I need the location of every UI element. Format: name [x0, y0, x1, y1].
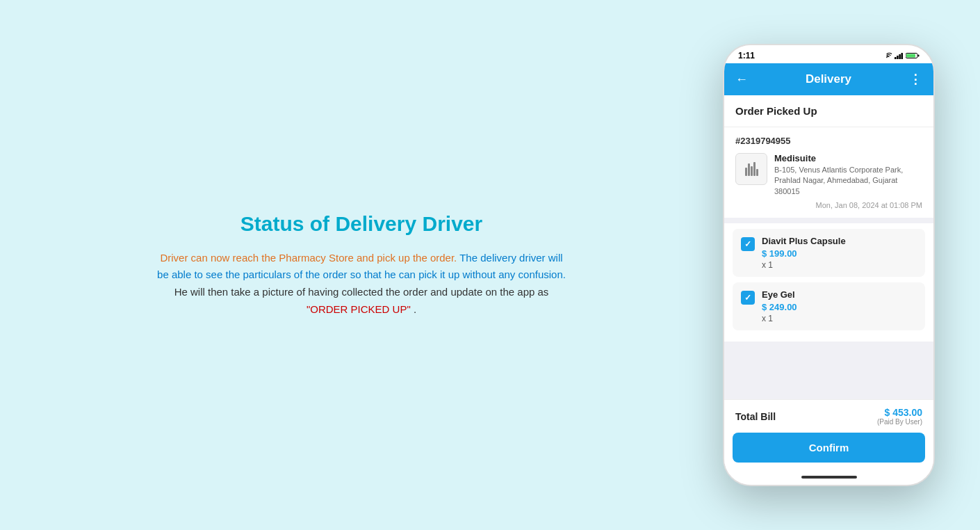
order-date: Mon, Jan 08, 2024 at 01:08 PM	[735, 201, 922, 209]
desc-highlight: "ORDER PICKED UP"	[307, 303, 411, 315]
status-icons	[882, 52, 920, 59]
page-title: Status of Delivery Driver	[240, 212, 482, 236]
store-address: B-105, Venus Atlantis Corporate Park, Pr…	[774, 165, 922, 197]
item-name-1: Diavit Plus Capsule	[762, 236, 917, 246]
logo-line-2	[748, 163, 750, 176]
order-id: #2319794955	[735, 136, 922, 146]
battery-icon	[906, 52, 920, 59]
item-qty-1: x 1	[762, 260, 917, 270]
desc-period: .	[414, 303, 416, 315]
home-bar	[801, 476, 857, 479]
total-amount-block: $ 453.00 (Paid By User)	[877, 407, 922, 426]
home-indicator	[724, 472, 933, 485]
store-row: Medisuite B-105, Venus Atlantis Corporat…	[735, 153, 922, 197]
total-amount: $ 453.00	[877, 407, 922, 418]
store-name: Medisuite	[774, 153, 922, 163]
wifi-icon	[882, 52, 892, 59]
item-qty-2: x 1	[762, 314, 917, 323]
checkmark-icon-1: ✓	[744, 239, 751, 249]
total-row: Total Bill $ 453.00 (Paid By User)	[724, 400, 933, 428]
logo-line-1	[745, 168, 747, 176]
confirm-button[interactable]: Confirm	[733, 433, 925, 463]
desc-part-1: Driver can now reach the Pharmacy Store …	[160, 252, 457, 264]
item-price-2: $ 249.00	[762, 302, 917, 312]
svg-rect-2	[899, 54, 901, 59]
back-button[interactable]: ←	[735, 72, 748, 87]
store-info: Medisuite B-105, Venus Atlantis Corporat…	[774, 153, 922, 197]
item-checkbox-2[interactable]: ✓	[741, 291, 755, 305]
header-title: Delivery	[806, 72, 851, 86]
menu-button[interactable]: ⋮	[909, 72, 922, 87]
checkmark-icon-2: ✓	[744, 293, 751, 303]
signal-icon	[895, 52, 903, 59]
item-card-1: ✓ Diavit Plus Capsule $ 199.00 x 1	[733, 229, 925, 277]
svg-rect-6	[906, 54, 915, 58]
item-checkbox-1[interactable]: ✓	[741, 237, 755, 251]
total-label: Total Bill	[735, 411, 776, 422]
logo-line-5	[756, 169, 758, 176]
item-name-2: Eye Gel	[762, 289, 917, 300]
svg-rect-3	[901, 53, 904, 59]
phone-frame: 1:11	[723, 44, 935, 486]
status-bar: 1:11	[724, 45, 933, 63]
description-text: Driver can now reach the Pharmacy Store …	[153, 250, 570, 319]
svg-rect-0	[895, 57, 897, 59]
section-header: Order Picked Up	[724, 95, 933, 127]
item-details-2: Eye Gel $ 249.00 x 1	[762, 289, 917, 323]
medisuite-logo-img	[736, 154, 767, 184]
phone-mockup: 1:11	[723, 44, 938, 486]
item-price-1: $ 199.00	[762, 248, 917, 259]
bottom-bar: Total Bill $ 453.00 (Paid By User) Confi…	[724, 399, 933, 485]
svg-rect-1	[897, 56, 899, 59]
item-card-2: ✓ Eye Gel $ 249.00 x 1	[733, 282, 925, 330]
item-details-1: Diavit Plus Capsule $ 199.00 x 1	[762, 236, 917, 270]
logo-line-3	[751, 166, 753, 176]
order-card: #2319794955	[724, 127, 933, 218]
desc-part-3: He will then take a picture of having co…	[174, 286, 549, 298]
store-logo	[735, 153, 767, 185]
app-body: Order Picked Up #2319794955	[724, 95, 933, 485]
logo-line-4	[753, 162, 756, 176]
items-section: ✓ Diavit Plus Capsule $ 199.00 x 1 ✓ Eye…	[724, 223, 933, 342]
svg-rect-5	[918, 55, 920, 57]
left-section: Status of Delivery Driver Driver can now…	[0, 170, 723, 360]
status-time: 1:11	[738, 51, 755, 61]
logo-lines	[745, 162, 758, 176]
app-header: ← Delivery ⋮	[724, 63, 933, 95]
paid-by: (Paid By User)	[877, 418, 922, 426]
